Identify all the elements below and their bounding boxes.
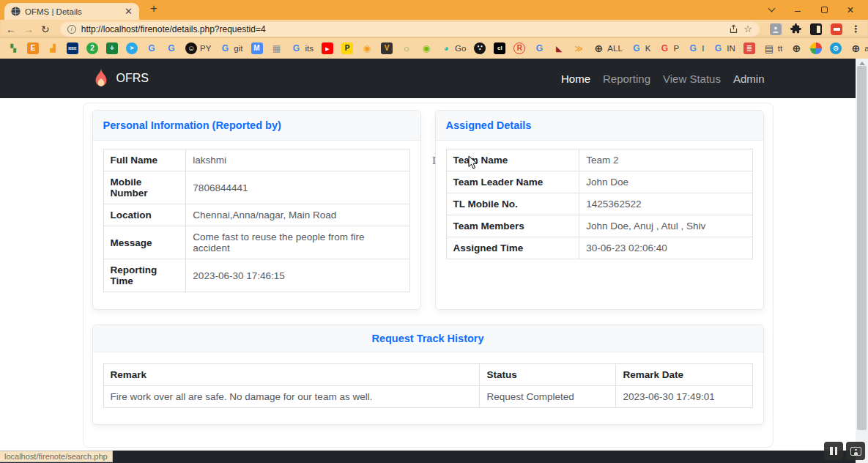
google-bookmark[interactable]: Gits — [291, 42, 314, 54]
scrollbar-thumb[interactable] — [857, 66, 867, 430]
sheets-bookmark[interactable]: + — [106, 42, 118, 54]
table-row: LocationChennai,Anna/nagar, Main Road — [103, 204, 409, 226]
globe-ad-bookmark[interactable]: ⊕ad — [850, 42, 868, 54]
red-lines-bookmark-icon: ≣ — [743, 42, 755, 54]
new-tab-button[interactable]: + — [146, 2, 161, 15]
row-value: 7806844441 — [186, 171, 409, 204]
orange-e-bookmark[interactable]: E — [27, 42, 39, 54]
nav-link-reporting[interactable]: Reporting — [603, 73, 650, 85]
google-bookmark[interactable]: GI — [687, 42, 704, 54]
red-r-ring-bookmark[interactable]: R — [513, 42, 525, 54]
row-value: lakshmi — [186, 149, 409, 171]
red-lines-bookmark[interactable]: ≣ — [743, 42, 755, 54]
sheets-bookmark-icon: + — [106, 42, 118, 54]
google-bookmark[interactable]: Ggit — [219, 42, 242, 54]
google-bookmark-icon: G — [687, 42, 699, 54]
maximize-button[interactable] — [811, 0, 837, 20]
sbi-bookmark[interactable]: ⊙ — [830, 42, 842, 54]
globe-all-bookmark[interactable]: ⊕ALL — [593, 42, 622, 54]
extensions-area: ⋮ — [770, 23, 862, 35]
forward-button[interactable]: → — [23, 24, 34, 34]
printer-bookmark[interactable]: ▤tt — [763, 42, 782, 54]
avatar-extension-icon[interactable] — [770, 23, 782, 35]
brand[interactable]: OFRS — [92, 67, 149, 89]
bookmark-star-icon[interactable]: ☆ — [743, 24, 752, 34]
url-text[interactable]: http://localhost/firenote/details.php?re… — [81, 24, 724, 34]
google-bookmark[interactable]: GP — [659, 42, 679, 54]
snapshot-button[interactable] — [846, 442, 865, 460]
leaf-bookmark[interactable]: ▚ — [7, 42, 19, 54]
bookmarks-bar: ▚E▟IEEE2+➤GG☺PYGgitM▦Gits▶P◉V○◉◕Go∵clRG◣… — [0, 38, 868, 59]
craigslist-bookmark-icon: cl — [494, 42, 505, 54]
google-bookmark-icon: G — [219, 42, 231, 54]
bookmark-label: tt — [778, 44, 782, 53]
green-ring-bookmark[interactable]: ○ — [401, 42, 412, 54]
google-bookmark[interactable]: G — [533, 42, 545, 54]
pause-button[interactable] — [824, 442, 843, 460]
google-bookmark-icon: G — [631, 42, 642, 54]
ieee-bookmark[interactable]: IEEE — [67, 42, 78, 54]
nav-link-home[interactable]: Home — [561, 73, 590, 85]
table-row: Team Leader NameJohn Doe — [446, 171, 752, 193]
vertical-scrollbar[interactable] — [856, 59, 868, 463]
google-bookmark[interactable]: G — [146, 42, 157, 54]
share-icon[interactable] — [729, 24, 738, 34]
craigslist-bookmark[interactable]: cl — [494, 42, 505, 54]
history-cell: 2023-06-30 17:49:01 — [616, 386, 752, 408]
google-bookmark-icon: G — [166, 42, 177, 54]
green-2-bookmark[interactable]: 2 — [86, 42, 98, 54]
telegram-bookmark[interactable]: ➤ — [126, 42, 138, 54]
google-bookmark[interactable]: GK — [631, 42, 651, 54]
nav-link-view-status[interactable]: View Status — [663, 73, 721, 85]
google-bookmark-icon: G — [291, 42, 303, 54]
gray-cart-bookmark[interactable]: ▦ — [271, 42, 283, 54]
bookmark-label: ALL — [607, 44, 622, 53]
youtube-bookmark[interactable]: ▶ — [322, 42, 333, 54]
projector-bookmark[interactable]: ◉ — [361, 42, 373, 54]
table-row: TL Mobile No.1425362522 — [446, 193, 752, 215]
row-label: Assigned Time — [446, 237, 579, 259]
row-value: Team 2 — [579, 149, 752, 171]
tab-strip: OFMS | Details ✕ + – × — [0, 0, 868, 20]
google-bookmark[interactable]: GIN — [712, 42, 735, 54]
red-extension-icon[interactable] — [831, 23, 842, 35]
address-bar[interactable]: i http://localhost/firenote/details.php?… — [60, 22, 760, 37]
github-bookmark[interactable]: ☺PY — [185, 42, 211, 54]
table-row: Full Namelakshmi — [103, 149, 409, 171]
site-info-icon[interactable]: i — [67, 25, 76, 34]
row-label: Team Leader Name — [446, 171, 579, 193]
analytics-bookmark[interactable]: ▟ — [47, 42, 59, 54]
globe-bookmark[interactable]: ⊕ — [790, 42, 802, 54]
assigned-details-title: Assigned Details — [436, 111, 763, 141]
reload-button[interactable]: ↻ — [41, 24, 50, 34]
browser-menu-icon[interactable]: ⋮ — [851, 23, 861, 34]
nav-link-admin[interactable]: Admin — [733, 73, 765, 85]
row-value: 2023-06-30 17:46:15 — [186, 259, 409, 292]
history-row: Fire work over all are safe. No damage f… — [103, 386, 752, 408]
globe-ad-bookmark-icon: ⊕ — [850, 42, 861, 54]
gold-fish-bookmark[interactable]: ≫ — [573, 42, 585, 54]
m-blue-bookmark[interactable]: M — [251, 42, 263, 54]
dark-bag-bookmark-icon: V — [381, 42, 393, 54]
google-bookmark[interactable]: G — [166, 42, 177, 54]
photos-bookmark[interactable] — [810, 42, 822, 54]
dark-bird-bookmark[interactable]: ◣ — [553, 42, 565, 54]
close-window-button[interactable]: × — [837, 0, 864, 20]
side-panel-icon[interactable] — [810, 23, 822, 35]
minimize-button[interactable]: – — [784, 0, 811, 20]
penguin-bookmark[interactable]: ∵ — [474, 42, 486, 54]
tab-close-icon[interactable]: ✕ — [125, 7, 133, 16]
back-button[interactable]: ← — [6, 24, 16, 34]
p-yellow-bookmark[interactable]: P — [341, 42, 353, 54]
mouse-cursor — [468, 155, 478, 173]
nvidia-bookmark[interactable]: ◉ — [420, 42, 432, 54]
tab-search-chevron-icon[interactable] — [758, 0, 784, 20]
request-track-history-title: Request Track History — [93, 325, 763, 352]
google-bookmark-icon: G — [533, 42, 545, 54]
browser-tab[interactable]: OFMS | Details ✕ — [4, 3, 139, 20]
dark-bag-bookmark[interactable]: V — [381, 42, 393, 54]
puzzle-extension-icon[interactable] — [790, 23, 801, 34]
personal-info-title: Personal Information (Reported by) — [93, 111, 420, 141]
google-bookmark-icon: G — [659, 42, 670, 54]
godaddy-bookmark[interactable]: ◕Go — [440, 42, 466, 54]
